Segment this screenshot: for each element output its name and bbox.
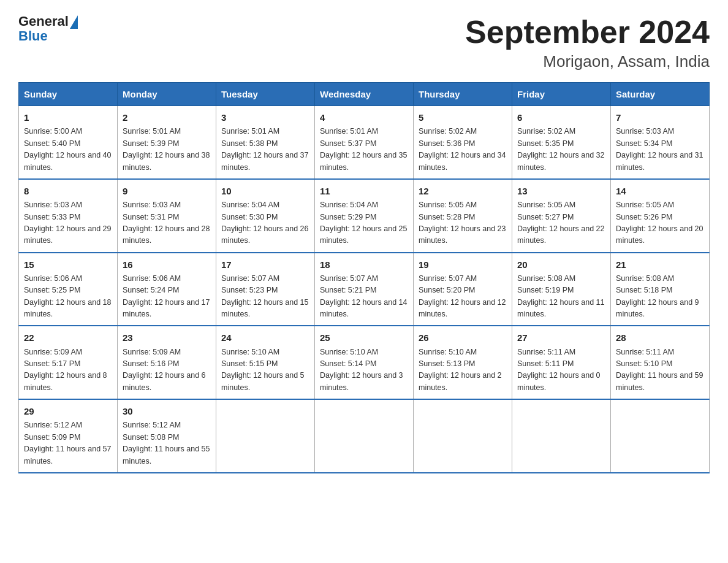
- day-info: Sunrise: 5:03 AMSunset: 5:34 PMDaylight:…: [616, 127, 703, 171]
- day-number: 25: [320, 331, 408, 345]
- calendar-cell: 20 Sunrise: 5:08 AMSunset: 5:19 PMDaylig…: [512, 253, 611, 326]
- header-sunday: Sunday: [19, 83, 118, 106]
- day-info: Sunrise: 5:08 AMSunset: 5:18 PMDaylight:…: [616, 274, 699, 318]
- day-number: 30: [123, 404, 211, 418]
- calendar-cell: 7 Sunrise: 5:03 AMSunset: 5:34 PMDayligh…: [611, 106, 710, 179]
- calendar-table: Sunday Monday Tuesday Wednesday Thursday…: [18, 82, 710, 473]
- day-number: 12: [419, 184, 507, 198]
- day-info: Sunrise: 5:12 AMSunset: 5:08 PMDaylight:…: [123, 421, 210, 465]
- day-number: 29: [24, 404, 112, 418]
- day-info: Sunrise: 5:06 AMSunset: 5:25 PMDaylight:…: [24, 274, 111, 318]
- calendar-cell: 8 Sunrise: 5:03 AMSunset: 5:33 PMDayligh…: [19, 179, 118, 253]
- day-number: 7: [616, 110, 704, 124]
- day-number: 15: [24, 258, 112, 272]
- calendar-cell: 14 Sunrise: 5:05 AMSunset: 5:26 PMDaylig…: [611, 179, 710, 253]
- day-info: Sunrise: 5:10 AMSunset: 5:13 PMDaylight:…: [419, 348, 502, 392]
- day-info: Sunrise: 5:02 AMSunset: 5:36 PMDaylight:…: [419, 127, 506, 171]
- calendar-cell: 9 Sunrise: 5:03 AMSunset: 5:31 PMDayligh…: [118, 179, 216, 253]
- calendar-cell: [611, 399, 710, 473]
- day-number: 20: [517, 258, 605, 272]
- calendar-cell: [512, 399, 611, 473]
- day-info: Sunrise: 5:01 AMSunset: 5:37 PMDaylight:…: [320, 127, 407, 171]
- day-number: 23: [123, 331, 211, 345]
- calendar-cell: 5 Sunrise: 5:02 AMSunset: 5:36 PMDayligh…: [414, 106, 512, 179]
- day-number: 6: [517, 110, 605, 124]
- calendar-cell: 15 Sunrise: 5:06 AMSunset: 5:25 PMDaylig…: [19, 253, 118, 326]
- calendar-cell: 24 Sunrise: 5:10 AMSunset: 5:15 PMDaylig…: [216, 326, 315, 399]
- calendar-cell: 1 Sunrise: 5:00 AMSunset: 5:40 PMDayligh…: [19, 106, 118, 179]
- weekday-header-row: Sunday Monday Tuesday Wednesday Thursday…: [19, 83, 710, 106]
- calendar-cell: 27 Sunrise: 5:11 AMSunset: 5:11 PMDaylig…: [512, 326, 611, 399]
- calendar-cell: [216, 399, 315, 473]
- day-number: 1: [24, 110, 112, 124]
- day-info: Sunrise: 5:05 AMSunset: 5:28 PMDaylight:…: [419, 201, 506, 245]
- calendar-week-5: 29 Sunrise: 5:12 AMSunset: 5:09 PMDaylig…: [19, 399, 710, 473]
- day-number: 17: [221, 258, 309, 272]
- day-info: Sunrise: 5:00 AMSunset: 5:40 PMDaylight:…: [24, 127, 111, 171]
- day-info: Sunrise: 5:06 AMSunset: 5:24 PMDaylight:…: [123, 274, 210, 318]
- day-number: 24: [221, 331, 309, 345]
- calendar-cell: 25 Sunrise: 5:10 AMSunset: 5:14 PMDaylig…: [315, 326, 414, 399]
- logo-triangle-icon: [70, 15, 78, 29]
- calendar-cell: 13 Sunrise: 5:05 AMSunset: 5:27 PMDaylig…: [512, 179, 611, 253]
- logo-general-text: General: [18, 15, 69, 28]
- day-number: 21: [616, 258, 704, 272]
- day-number: 9: [123, 184, 211, 198]
- calendar-header: Sunday Monday Tuesday Wednesday Thursday…: [19, 83, 710, 106]
- day-info: Sunrise: 5:10 AMSunset: 5:15 PMDaylight:…: [221, 348, 305, 392]
- calendar-cell: 29 Sunrise: 5:12 AMSunset: 5:09 PMDaylig…: [19, 399, 118, 473]
- day-info: Sunrise: 5:11 AMSunset: 5:10 PMDaylight:…: [616, 348, 703, 392]
- header-friday: Friday: [512, 83, 611, 106]
- calendar-cell: 23 Sunrise: 5:09 AMSunset: 5:16 PMDaylig…: [118, 326, 216, 399]
- day-number: 18: [320, 258, 408, 272]
- calendar-cell: 12 Sunrise: 5:05 AMSunset: 5:28 PMDaylig…: [414, 179, 512, 253]
- calendar-cell: 18 Sunrise: 5:07 AMSunset: 5:21 PMDaylig…: [315, 253, 414, 326]
- day-info: Sunrise: 5:03 AMSunset: 5:31 PMDaylight:…: [123, 201, 210, 245]
- calendar-week-2: 8 Sunrise: 5:03 AMSunset: 5:33 PMDayligh…: [19, 179, 710, 253]
- header-monday: Monday: [118, 83, 216, 106]
- day-info: Sunrise: 5:04 AMSunset: 5:30 PMDaylight:…: [221, 201, 308, 245]
- calendar-cell: 22 Sunrise: 5:09 AMSunset: 5:17 PMDaylig…: [19, 326, 118, 399]
- day-info: Sunrise: 5:10 AMSunset: 5:14 PMDaylight:…: [320, 348, 403, 392]
- day-number: 27: [517, 331, 605, 345]
- day-info: Sunrise: 5:09 AMSunset: 5:16 PMDaylight:…: [123, 348, 206, 392]
- calendar-cell: 30 Sunrise: 5:12 AMSunset: 5:08 PMDaylig…: [118, 399, 216, 473]
- calendar-cell: 19 Sunrise: 5:07 AMSunset: 5:20 PMDaylig…: [414, 253, 512, 326]
- calendar-week-3: 15 Sunrise: 5:06 AMSunset: 5:25 PMDaylig…: [19, 253, 710, 326]
- calendar-cell: 17 Sunrise: 5:07 AMSunset: 5:23 PMDaylig…: [216, 253, 315, 326]
- day-info: Sunrise: 5:11 AMSunset: 5:11 PMDaylight:…: [517, 348, 601, 392]
- calendar-cell: 3 Sunrise: 5:01 AMSunset: 5:38 PMDayligh…: [216, 106, 315, 179]
- day-info: Sunrise: 5:05 AMSunset: 5:26 PMDaylight:…: [616, 201, 703, 245]
- calendar-cell: 10 Sunrise: 5:04 AMSunset: 5:30 PMDaylig…: [216, 179, 315, 253]
- day-number: 16: [123, 258, 211, 272]
- header-wednesday: Wednesday: [315, 83, 414, 106]
- title-area: September 2024 Morigaon, Assam, India: [465, 15, 710, 71]
- day-info: Sunrise: 5:09 AMSunset: 5:17 PMDaylight:…: [24, 348, 107, 392]
- day-number: 5: [419, 110, 507, 124]
- day-info: Sunrise: 5:07 AMSunset: 5:23 PMDaylight:…: [221, 274, 308, 318]
- calendar-cell: [414, 399, 512, 473]
- day-number: 14: [616, 184, 704, 198]
- day-info: Sunrise: 5:05 AMSunset: 5:27 PMDaylight:…: [517, 201, 604, 245]
- day-info: Sunrise: 5:04 AMSunset: 5:29 PMDaylight:…: [320, 201, 407, 245]
- day-number: 8: [24, 184, 112, 198]
- logo-area: General Blue: [18, 15, 79, 44]
- calendar-week-1: 1 Sunrise: 5:00 AMSunset: 5:40 PMDayligh…: [19, 106, 710, 179]
- day-number: 4: [320, 110, 408, 124]
- day-info: Sunrise: 5:03 AMSunset: 5:33 PMDaylight:…: [24, 201, 111, 245]
- calendar-cell: 11 Sunrise: 5:04 AMSunset: 5:29 PMDaylig…: [315, 179, 414, 253]
- day-info: Sunrise: 5:01 AMSunset: 5:38 PMDaylight:…: [221, 127, 308, 171]
- header-thursday: Thursday: [414, 83, 512, 106]
- day-number: 19: [419, 258, 507, 272]
- calendar-cell: [315, 399, 414, 473]
- day-number: 28: [616, 331, 704, 345]
- header-saturday: Saturday: [611, 83, 710, 106]
- header-tuesday: Tuesday: [216, 83, 315, 106]
- day-info: Sunrise: 5:01 AMSunset: 5:39 PMDaylight:…: [123, 127, 210, 171]
- day-number: 10: [221, 184, 309, 198]
- calendar-cell: 28 Sunrise: 5:11 AMSunset: 5:10 PMDaylig…: [611, 326, 710, 399]
- day-info: Sunrise: 5:08 AMSunset: 5:19 PMDaylight:…: [517, 274, 604, 318]
- logo-blue-text: Blue: [18, 28, 48, 44]
- calendar-cell: 26 Sunrise: 5:10 AMSunset: 5:13 PMDaylig…: [414, 326, 512, 399]
- page-title: September 2024: [465, 15, 710, 50]
